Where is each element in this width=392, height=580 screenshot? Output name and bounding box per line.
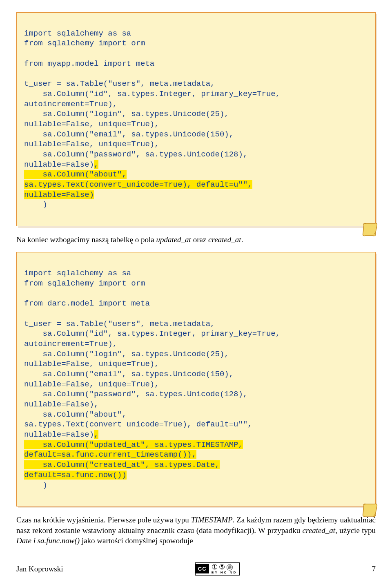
footer-author: Jan Koprowski [16,564,63,573]
code-block-1: import sqlalchemy as sa from sqlalchemy … [16,12,376,226]
code-line-highlight: sa.Column("created_at", sa.types.Date, [24,460,220,469]
code-line: sa.Column("email", sa.types.Unicode(150)… [24,370,234,379]
page-number: 7 [372,564,376,573]
code-line: nullable=False), [24,400,98,409]
paragraph-2: Czas na krótkie wyjaśnienia. Pierwsze po… [16,515,376,546]
cc-by-icon: ① [212,564,218,571]
cc-icons: ① ⑤ ㊜ [209,563,240,571]
code-line: sa.Column("email", sa.types.Unicode(150)… [24,130,234,139]
paragraph-1: Na koniec wzbogacimy naszą tabelkę o pol… [16,234,376,245]
code-line: from sqlalchemy import orm [24,279,145,288]
code-line: import sqlalchemy as sa [24,29,131,38]
code-line: autoincrement=True), [24,339,117,348]
code-line: nullable=False), [24,430,98,439]
cc-sub-label: BY NC ND [209,571,240,575]
code-line: t_user = sa.Table("users", meta.metadata… [24,319,215,328]
cc-license-badge: CC ① ⑤ ㊜ BY NC ND [195,562,240,576]
cc-logo: CC [196,564,209,573]
code-line-highlight: default=sa.func.current_timestamp()), [24,450,196,459]
code-line: ) [24,200,47,209]
code-line: nullable=False, unique=True), [24,359,159,368]
cc-nc-icon: ⑤ [219,564,225,571]
code-line-highlight: sa.Column("about", [24,170,127,179]
code-line: nullable=False, unique=True), [24,140,159,149]
code-line: sa.Column("password", sa.types.Unicode(1… [24,390,247,399]
code-line: ) [24,481,47,490]
code-line: sa.Column("login", sa.types.Unicode(25), [24,109,229,118]
cc-nd-icon: ㊜ [226,564,233,571]
code-line: nullable=False, unique=True), [24,380,159,389]
scroll-icon [361,210,379,228]
code-line-highlight: nullable=False) [24,190,94,199]
code-line: sa.Column("login", sa.types.Unicode(25), [24,350,229,359]
code-line: from sqlalchemy import orm [24,39,145,48]
code-line: sa.Column("id", sa.types.Integer, primar… [24,89,280,98]
code-line: nullable=False), [24,160,98,169]
code-line-highlight: sa.types.Text(convert_unicode=True), def… [24,180,252,189]
code-line: sa.Column("about", [24,410,127,419]
scroll-icon [361,491,379,509]
code-line: sa.types.Text(convert_unicode=True), def… [24,420,252,429]
code-line: t_user = sa.Table("users", meta.metadata… [24,79,215,88]
code-line: import sqlalchemy as sa [24,269,131,278]
code-line: sa.Column("password", sa.types.Unicode(1… [24,150,247,159]
code-line-highlight: default=sa.func.now()) [24,471,127,480]
page-footer: Jan Koprowski CC ① ⑤ ㊜ BY NC ND 7 [16,562,376,576]
code-line: nullable=False, unique=True), [24,120,159,129]
code-line: from myapp.model import meta [24,59,154,68]
code-block-2: import sqlalchemy as sa from sqlalchemy … [16,252,376,506]
code-line: sa.Column("id", sa.types.Integer, primar… [24,329,280,338]
code-line: autoincrement=True), [24,100,117,109]
code-line-highlight: sa.Column("updated_at", sa.types.TIMESTA… [24,440,243,449]
code-line: from darc.model import meta [24,299,150,308]
